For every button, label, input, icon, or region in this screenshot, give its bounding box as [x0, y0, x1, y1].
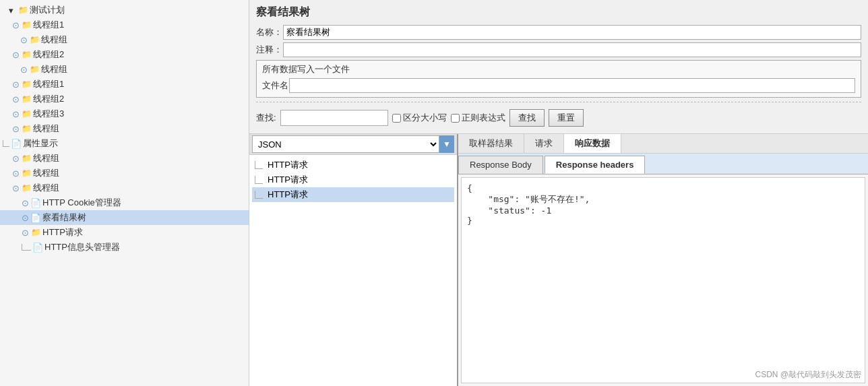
regex-checkbox-label[interactable]: 正则表达式	[451, 112, 505, 124]
connector-dot-12: ⊙	[12, 183, 20, 193]
tree-item-root[interactable]: ▾ 📁 测试计划	[0, 3, 249, 18]
filename-input[interactable]	[289, 78, 855, 93]
sidebar: ▾ 📁 测试计划 ⊙ 📁 线程组1 ⊙ 📁 线程组 ⊙ 📁 线程组2 ⊙ 📁 线…	[0, 0, 249, 386]
folder-icon-7: 📁	[21, 108, 32, 119]
folder-icon-2: 📁	[29, 34, 40, 45]
connector-dot-6: ⊙	[12, 94, 20, 104]
connector-dot-10: ⊙	[12, 154, 20, 164]
main-tabs: 取样器结果 请求 响应数据	[458, 134, 868, 154]
results-item-1[interactable]: HTTP请求	[252, 158, 454, 172]
tab-sampler-result[interactable]: 取样器结果	[458, 134, 524, 153]
file-fieldset: 所有数据写入一个文件 文件名	[256, 60, 861, 98]
main-panel: 察看结果树 名称： 注释： 所有数据写入一个文件 文件名 查找: 区分大小写	[249, 0, 868, 386]
bottom-wrapper: JSON ▼ HTTP请求 HTTP请求	[249, 134, 868, 386]
tree-item-8[interactable]: ⊙ 📁 线程组	[0, 121, 249, 136]
tree-item-3[interactable]: ⊙ 📁 线程组2	[0, 47, 249, 62]
dropdown-arrow-icon[interactable]: ▼	[439, 135, 454, 153]
file-icon-13: 📄	[30, 197, 41, 208]
tree-item-15[interactable]: ⊙ 📁 HTTP请求	[0, 225, 249, 240]
folder-icon-15: 📁	[30, 227, 41, 238]
folder-icon-10: 📁	[21, 153, 32, 164]
tree-item-12[interactable]: ⊙ 📁 线程组	[0, 181, 249, 195]
sub-tab-response-body[interactable]: Response Body	[458, 156, 543, 174]
tree-item-11[interactable]: ⊙ 📁 线程组	[0, 166, 249, 181]
folder-icon-8: 📁	[21, 123, 32, 134]
tree-item-5[interactable]: ⊙ 📁 线程组1	[0, 77, 249, 92]
tree-item-1[interactable]: ⊙ 📁 线程组1	[0, 18, 249, 32]
tree-item-14[interactable]: ⊙ 📄 察看结果树	[0, 210, 249, 225]
comment-row: 注释：	[256, 42, 861, 57]
results-header: JSON ▼	[249, 134, 457, 155]
folder-icon-5: 📁	[21, 79, 32, 90]
tree-item-6[interactable]: ⊙ 📁 线程组2	[0, 92, 249, 106]
tree-connector-3	[255, 191, 263, 199]
reset-button[interactable]: 重置	[549, 109, 584, 127]
bottom-section: JSON ▼ HTTP请求 HTTP请求	[249, 134, 868, 386]
response-content: { "msg": "账号不存在!", "status": -1 }	[467, 183, 859, 226]
results-panel: JSON ▼ HTTP请求 HTTP请求	[249, 134, 458, 386]
connector-dot-2: ⊙	[20, 35, 28, 45]
results-dropdown[interactable]: JSON	[252, 135, 439, 153]
tree-item-10[interactable]: ⊙ 📁 线程组	[0, 151, 249, 166]
search-row: 查找: 区分大小写 正则表达式 查找 重置	[256, 106, 861, 129]
name-input[interactable]	[283, 25, 861, 40]
tree-item-16[interactable]: 📄 HTTP信息头管理器	[0, 240, 249, 255]
folder-icon-1: 📁	[21, 20, 32, 30]
folder-icon-12: 📁	[21, 183, 32, 193]
response-panel: 取样器结果 请求 响应数据 Response Body Response hea…	[458, 134, 868, 386]
folder-icon-3: 📁	[21, 49, 32, 60]
sub-tabs: Response Body Response headers	[458, 154, 868, 174]
file-icon-14: 📄	[30, 212, 41, 223]
find-button[interactable]: 查找	[509, 109, 545, 127]
name-row: 名称：	[256, 25, 861, 40]
results-item-3[interactable]: HTTP请求	[252, 187, 454, 202]
file-icon-9: 📄	[11, 138, 22, 149]
results-tree: HTTP请求 HTTP请求 HTTP请求	[249, 155, 457, 386]
connector-dot-13: ⊙	[22, 198, 29, 208]
connector-dot-1: ⊙	[12, 20, 20, 30]
connector-dot-14: ⊙	[22, 213, 29, 223]
tree-connector-1	[255, 161, 263, 169]
fieldset-legend: 所有数据写入一个文件	[262, 63, 855, 75]
connector-dot-15: ⊙	[22, 228, 29, 238]
folder-icon: 📁	[18, 5, 28, 15]
connector-dot-3: ⊙	[12, 50, 20, 60]
case-checkbox-label[interactable]: 区分大小写	[392, 112, 447, 124]
comment-input[interactable]	[283, 42, 861, 57]
tree-connector-2	[255, 176, 263, 184]
folder-icon-4: 📁	[29, 64, 40, 75]
tree-item-9[interactable]: 📄 属性显示	[0, 136, 249, 151]
connector-dot-11: ⊙	[12, 168, 20, 179]
filename-label: 文件名	[262, 79, 289, 92]
response-body-area: { "msg": "账号不存在!", "status": -1 }	[461, 177, 865, 383]
case-checkbox[interactable]	[392, 114, 401, 123]
expand-icon: ▾	[5, 5, 16, 15]
connector-dot-8: ⊙	[12, 124, 20, 134]
search-label: 查找:	[256, 112, 276, 124]
tree-item-2[interactable]: ⊙ 📁 线程组	[0, 32, 249, 47]
tree-item-4[interactable]: ⊙ 📁 线程组	[0, 62, 249, 77]
connector-dot-5: ⊙	[12, 79, 20, 90]
folder-icon-6: 📁	[21, 94, 32, 104]
watermark: CSDN @敲代码敲到头发茂密	[755, 369, 861, 381]
tree-item-13[interactable]: ⊙ 📄 HTTP Cookie管理器	[0, 195, 249, 210]
regex-checkbox[interactable]	[451, 114, 460, 123]
file-row: 文件名	[262, 78, 855, 93]
comment-label: 注释：	[256, 44, 283, 56]
sub-tab-response-headers[interactable]: Response headers	[545, 156, 646, 174]
connector-dot-7: ⊙	[12, 109, 20, 119]
tab-request[interactable]: 请求	[524, 134, 564, 153]
page-title: 察看结果树	[256, 5, 861, 20]
search-input[interactable]	[280, 110, 388, 126]
results-item-2[interactable]: HTTP请求	[252, 172, 454, 187]
config-section: 察看结果树 名称： 注释： 所有数据写入一个文件 文件名 查找: 区分大小写	[249, 0, 868, 134]
folder-icon-11: 📁	[21, 168, 32, 179]
tab-response-data[interactable]: 响应数据	[564, 134, 621, 153]
divider	[256, 102, 861, 102]
tree-item-7[interactable]: ⊙ 📁 线程组3	[0, 106, 249, 121]
name-label: 名称：	[256, 26, 283, 38]
file-icon-16: 📄	[32, 242, 43, 253]
connector-dot-4: ⊙	[20, 65, 28, 75]
